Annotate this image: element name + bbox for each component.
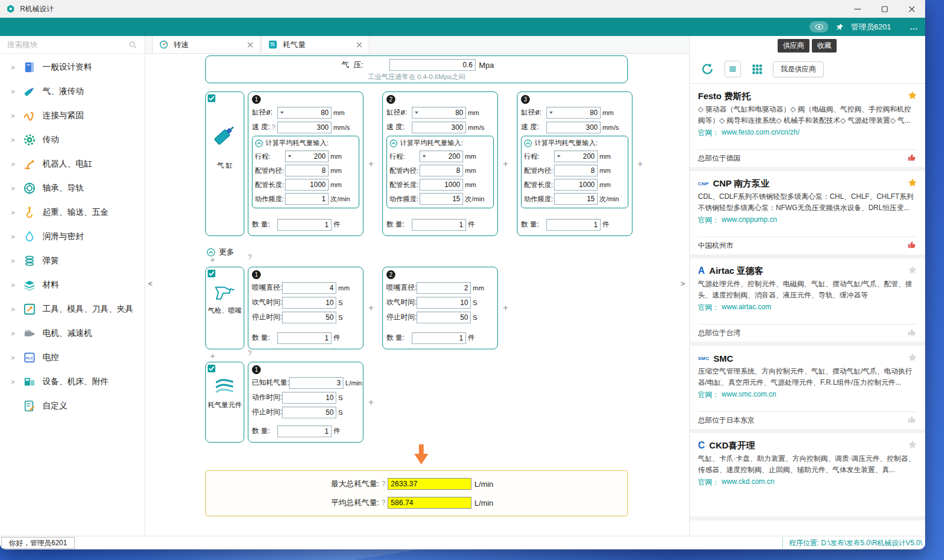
i-am-supplier-button[interactable]: 我是供应商 xyxy=(773,61,824,77)
group-checkbox[interactable] xyxy=(208,269,215,277)
sidebar-item[interactable]: >设备、机床、附件 xyxy=(0,369,145,394)
pin-icon[interactable] xyxy=(835,23,844,31)
favorite-star-icon[interactable] xyxy=(907,178,917,190)
document-tab[interactable]: 转速 xyxy=(152,36,260,53)
value-input[interactable]: 1 xyxy=(285,193,329,205)
group-checkbox[interactable] xyxy=(208,94,215,101)
module-search-input[interactable]: 搜索模块 xyxy=(0,36,145,54)
value-input[interactable]: 8 xyxy=(285,165,329,176)
value-input[interactable]: 1000 xyxy=(419,179,463,191)
value-input[interactable]: 1000 xyxy=(285,179,329,191)
combo-caret-icon[interactable] xyxy=(288,155,291,158)
combo-caret-icon[interactable] xyxy=(422,155,426,158)
collapse-header[interactable]: 计算平均耗气量输入: xyxy=(255,137,356,149)
add-panel-button[interactable]: + xyxy=(363,267,379,349)
value-input[interactable]: 80 xyxy=(546,107,601,119)
thumbs-up-icon[interactable] xyxy=(907,240,917,251)
supplier-website-link[interactable]: www.smc.com.cn xyxy=(722,390,776,400)
value-input[interactable]: 10 xyxy=(282,392,336,404)
help-icon[interactable]: ? xyxy=(248,253,252,261)
value-input[interactable]: 8 xyxy=(554,165,598,176)
sidebar-item[interactable]: >材料 xyxy=(0,273,145,297)
refresh-button[interactable] xyxy=(700,62,714,76)
value-input[interactable]: 200 xyxy=(419,150,463,162)
sidebar-item[interactable]: >一般设计资料 xyxy=(0,55,145,79)
list-view-button[interactable] xyxy=(725,61,741,77)
sidebar-item[interactable]: >传动 xyxy=(0,127,145,152)
sidebar-item[interactable]: >机器人、电缸 xyxy=(0,152,145,176)
combo-caret-icon[interactable] xyxy=(280,112,284,114)
add-panel-button[interactable]: + xyxy=(632,91,648,236)
value-input[interactable]: 1 xyxy=(546,219,601,231)
combo-caret-icon[interactable] xyxy=(415,112,418,114)
add-panel-button[interactable]: + xyxy=(498,267,513,349)
sidebar-item[interactable]: >PLC电控 xyxy=(0,345,145,369)
help-icon[interactable]: ? xyxy=(382,480,386,488)
tab-close-icon[interactable] xyxy=(247,41,254,48)
favorite-star-icon[interactable] xyxy=(907,440,917,452)
supplier-card[interactable]: CNPCNP 南方泵业CDL、CDLF系列不锈钢轻型多级离心泵：CHL、CHLF… xyxy=(690,171,925,258)
supplier-card[interactable]: CCKD喜开理气缸、卡爪·卡盘、助力装置、方向控制阀、调质·调压元件、控制器、传… xyxy=(690,433,925,520)
supplier-card[interactable]: Festo 费斯托◇ 驱动器（气缸和电驱动器）◇ 阀（电磁阀、气控阀、手控阀和机… xyxy=(690,84,925,171)
supplier-website-link[interactable]: www.festo.com.cn/cn/zh/ xyxy=(722,128,799,138)
pressure-input[interactable]: 0.6 xyxy=(389,59,476,71)
value-input[interactable]: 4 xyxy=(282,282,336,294)
document-tab[interactable]: 耗气量 xyxy=(261,36,369,53)
favorite-star-icon[interactable] xyxy=(907,352,917,365)
sidebar-item[interactable]: >弹簧 xyxy=(0,248,145,273)
supplier-website-link[interactable]: www.ckd.com.cn xyxy=(722,477,774,487)
value-input[interactable]: 3 xyxy=(289,377,343,389)
value-input[interactable]: 15 xyxy=(554,193,598,205)
sidebar-item[interactable]: >轴承、导轨 xyxy=(0,176,145,200)
add-row-button[interactable]: + xyxy=(210,351,215,361)
value-input[interactable]: 2 xyxy=(417,282,471,294)
maximize-button[interactable] xyxy=(871,0,898,18)
help-icon[interactable]: ? xyxy=(382,499,386,507)
thumbs-up-icon[interactable] xyxy=(907,153,917,164)
favorite-star-icon[interactable] xyxy=(907,90,917,103)
value-input[interactable]: 1 xyxy=(277,219,332,231)
supplier-website-link[interactable]: www.cnppump.cn xyxy=(722,215,777,225)
value-input[interactable]: 10 xyxy=(417,297,471,309)
supplier-website-link[interactable]: www.airtac.com xyxy=(722,303,771,313)
sidebar-item[interactable]: >润滑与密封 xyxy=(0,224,145,248)
close-button[interactable] xyxy=(898,0,925,18)
value-input[interactable]: 10 xyxy=(282,297,336,309)
sidebar-item[interactable]: >电机、减速机 xyxy=(0,321,145,345)
more-menu[interactable]: ... xyxy=(910,22,918,31)
collapse-header[interactable]: 计算平均耗气量输入: xyxy=(524,137,625,149)
thumbs-up-icon[interactable] xyxy=(907,415,917,426)
favorite-star-icon[interactable] xyxy=(907,265,917,277)
help-icon[interactable]: ? xyxy=(248,349,252,358)
value-input[interactable]: 300 xyxy=(412,122,466,133)
value-input[interactable]: 1 xyxy=(412,219,466,231)
value-input[interactable]: 50 xyxy=(282,407,336,418)
value-input[interactable]: 1000 xyxy=(554,179,598,191)
value-input[interactable]: 8 xyxy=(419,165,463,176)
value-input[interactable]: 1 xyxy=(412,332,466,344)
sidebar-item[interactable]: 自定义 xyxy=(0,394,145,418)
value-input[interactable]: 50 xyxy=(417,312,471,323)
help-icon[interactable]: ? xyxy=(271,123,276,132)
value-input[interactable]: 1 xyxy=(277,425,332,437)
supplier-card[interactable]: AAirtac 亚德客气源处理元件、控制元件、电磁阀、气缸、摆动气缸/气爪、配管… xyxy=(690,258,925,346)
value-input[interactable]: 200 xyxy=(285,150,329,162)
value-input[interactable]: 50 xyxy=(282,312,336,323)
value-input[interactable]: 300 xyxy=(277,122,332,133)
combo-caret-icon[interactable] xyxy=(557,155,560,158)
add-panel-button[interactable]: + xyxy=(363,91,379,236)
add-panel-button[interactable]: + xyxy=(363,362,379,443)
combo-caret-icon[interactable] xyxy=(549,112,553,114)
minimize-button[interactable] xyxy=(844,0,871,18)
eye-toggle[interactable] xyxy=(809,21,828,32)
sidebar-item[interactable]: >连接与紧固 xyxy=(0,103,145,127)
collapse-header[interactable]: 计算平均耗气量输入: xyxy=(389,137,491,149)
value-input[interactable]: 15 xyxy=(419,193,463,205)
tab-close-icon[interactable] xyxy=(356,41,363,48)
grid-view-button[interactable] xyxy=(751,63,763,75)
sidebar-item[interactable]: >起重、输送、五金 xyxy=(0,200,145,224)
add-row-button[interactable]: + xyxy=(210,254,215,264)
group-checkbox[interactable] xyxy=(208,364,215,372)
sidebar-item[interactable]: >气、液传动 xyxy=(0,79,145,103)
add-panel-button[interactable]: + xyxy=(498,91,513,236)
